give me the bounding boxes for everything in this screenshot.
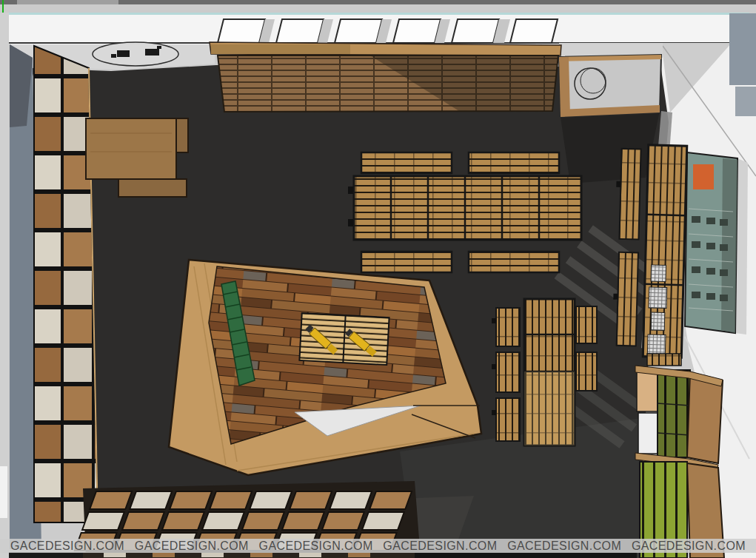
watermark-text: GACEDESIGN.COM <box>383 539 497 553</box>
exhibit-table <box>299 313 389 365</box>
bottom-dark-left <box>9 552 83 558</box>
bench-leg <box>492 364 496 369</box>
window-pane <box>276 19 324 43</box>
panel-top-rail-dark <box>211 44 350 54</box>
right-top-panel-lower <box>735 87 756 116</box>
table-divider <box>646 215 685 215</box>
bench <box>576 352 597 391</box>
left-side <box>10 44 98 549</box>
bottom-strip <box>9 552 637 558</box>
table-leg <box>348 186 353 194</box>
window-pane <box>393 19 441 43</box>
bench <box>619 149 640 240</box>
slat-wall-panel <box>210 42 561 112</box>
table-object <box>117 50 130 57</box>
watermark-text: GACEDESIGN.COM <box>259 539 373 553</box>
long-table <box>354 176 581 240</box>
bench <box>496 308 520 346</box>
bottom-dark-right <box>415 552 637 558</box>
service-counter <box>559 55 661 117</box>
basket <box>651 312 665 330</box>
bench-leg <box>492 318 496 323</box>
counter-edge-left <box>559 57 570 117</box>
bench <box>496 398 520 441</box>
bench <box>361 252 452 272</box>
window-pane <box>335 19 382 43</box>
left-cubby-shelf <box>34 46 98 522</box>
oval-table <box>93 42 178 66</box>
window-pane <box>452 19 499 43</box>
bench <box>469 252 559 272</box>
watermark-text: GACEDESIGN.COM <box>10 539 124 553</box>
shelf-olive-unit <box>658 370 690 457</box>
basket <box>647 335 666 354</box>
watermark-text: GACEDESIGN.COM <box>135 539 249 553</box>
watermark-text: GACEDESIGN.COM <box>507 539 621 553</box>
right-top-panel <box>729 13 756 85</box>
table-object <box>111 54 116 58</box>
shelf-top-slats <box>647 354 681 366</box>
bench <box>469 152 559 173</box>
green-shelving <box>635 354 724 558</box>
shelf-wood-face <box>687 372 723 463</box>
interior-render <box>0 0 756 558</box>
window-pane <box>510 19 558 43</box>
desk-side <box>176 118 188 152</box>
teal-guide-line <box>7 13 749 15</box>
outside-left-highlight <box>0 466 7 518</box>
bench <box>496 352 520 392</box>
watermark-text: GACEDESIGN.COM <box>632 539 746 553</box>
shelf-cell-white <box>638 413 658 454</box>
shelf-cell-wood <box>637 369 658 411</box>
watermark-band: GACEDESIGN.COM GACEDESIGN.COM GACEDESIGN… <box>0 539 756 553</box>
table-object <box>157 46 161 49</box>
basket <box>649 287 667 309</box>
bench-leg <box>616 181 620 187</box>
desk-top <box>86 118 176 179</box>
bench <box>576 306 597 343</box>
sunlight-patch <box>524 372 575 446</box>
outside-band <box>0 4 756 13</box>
display-table <box>643 145 686 357</box>
poster-logo <box>693 164 714 189</box>
table-divider <box>645 284 683 285</box>
bench <box>361 152 452 173</box>
bench-leg <box>492 410 496 415</box>
table-leg <box>348 219 353 226</box>
central-platform <box>169 260 481 475</box>
counter-floor-shadow <box>561 111 660 184</box>
bench-leg <box>613 294 618 300</box>
render-canvas: GACEDESIGN.COM GACEDESIGN.COM GACEDESIGN… <box>0 0 756 558</box>
bench <box>617 252 638 346</box>
desk-return <box>118 179 187 197</box>
basket <box>651 265 666 282</box>
wall-poster <box>685 152 748 335</box>
top-strip-light <box>17 0 118 4</box>
table-object <box>145 49 159 56</box>
window-pane <box>218 19 265 43</box>
